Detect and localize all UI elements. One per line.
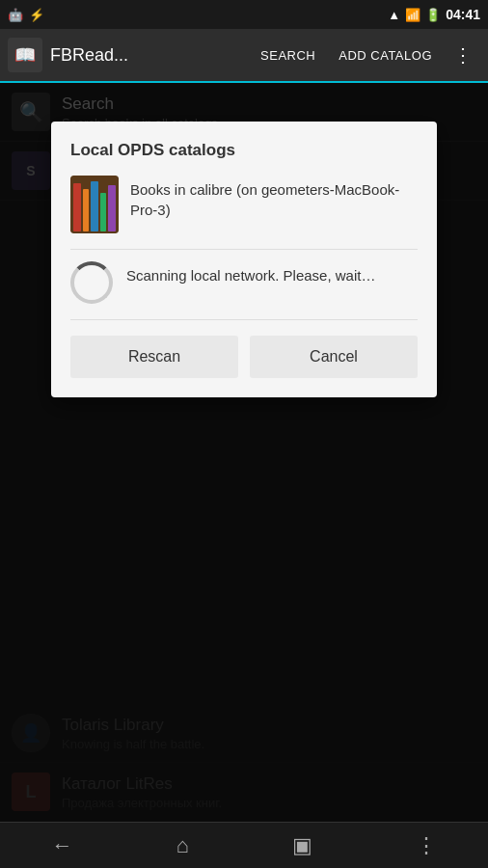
usb-icon: ⚡ [29,8,44,22]
dialog: Local OPDS catalogs Books in calibre (on… [51,122,437,397]
scanning-spinner-icon [70,261,113,304]
status-right-icons: ▲ 📶 🔋 04:41 [388,7,480,22]
dialog-title: Local OPDS catalogs [70,141,418,160]
app-bar: 📖 FBRead... SEARCH ADD CATALOG ⋮ [0,29,488,83]
dialog-scanning-item: Scanning local network. Please, wait… [70,261,418,304]
rescan-button[interactable]: Rescan [70,336,238,378]
status-bar: 🤖 ⚡ ▲ 📶 🔋 04:41 [0,0,488,29]
dialog-divider [70,249,418,250]
app-logo: 📖 [8,38,42,72]
dialog-buttons: Rescan Cancel [70,336,418,378]
home-button[interactable]: ⌂ [160,826,203,866]
scanning-text: Scanning local network. Please, wait… [126,261,375,285]
status-left-icons: 🤖 ⚡ [8,8,44,22]
search-action-button[interactable]: SEARCH [251,42,325,68]
calibre-books-icon [70,176,119,233]
android-icon: 🤖 [8,8,23,22]
dialog-calibre-item: Books in calibre (on geometers-MacBook-P… [70,176,418,233]
dialog-overlay: Local OPDS catalogs Books in calibre (on… [0,83,488,822]
battery-icon: 🔋 [425,8,441,22]
overflow-menu-button[interactable]: ⋮ [446,40,480,70]
dialog-divider-2 [70,319,418,320]
wifi-icon: 📶 [405,8,420,22]
recent-apps-button[interactable]: ▣ [277,826,328,866]
calibre-text: Books in calibre (on geometers-MacBook-P… [130,176,418,220]
cancel-button[interactable]: Cancel [250,336,418,378]
bottom-nav: ← ⌂ ▣ ⋮ [0,822,488,868]
nav-overflow-button[interactable]: ⋮ [400,826,452,866]
add-catalog-button[interactable]: ADD CATALOG [329,42,442,68]
book-logo-icon: 📖 [14,44,36,66]
signal-icon: ▲ [388,8,400,22]
status-time: 04:41 [446,7,480,22]
content-area: 🔍 Search Search books in all catalogs S … [0,83,488,822]
app-bar-actions: SEARCH ADD CATALOG ⋮ [251,40,480,70]
app-title: FBRead... [50,45,251,66]
back-button[interactable]: ← [36,826,88,866]
